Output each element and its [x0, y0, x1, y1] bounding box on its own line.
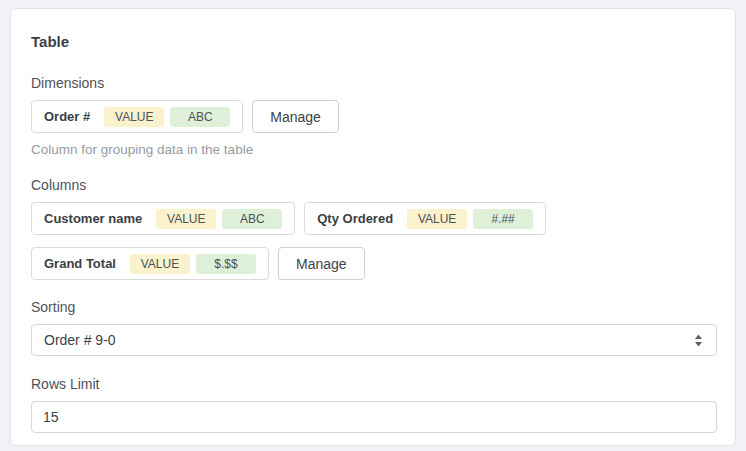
sorting-select[interactable]: Order # 9-0: [31, 324, 717, 356]
dimension-chip-order-number[interactable]: Order # VALUE ABC: [31, 100, 243, 133]
select-updown-arrow-icon: [694, 334, 703, 347]
column-chip-grand-total[interactable]: Grand Total VALUE $.$$: [31, 247, 269, 280]
dimensions-label: Dimensions: [31, 76, 715, 91]
value-badge: VALUE: [407, 209, 467, 229]
chip-label: Qty Ordered: [317, 211, 393, 226]
format-badge: ABC: [170, 107, 230, 127]
column-chip-customer-name[interactable]: Customer name VALUE ABC: [31, 202, 295, 235]
rows-limit-label: Rows Limit: [31, 377, 715, 392]
format-badge: #.##: [473, 209, 533, 229]
column-chip-qty-ordered[interactable]: Qty Ordered VALUE #.##: [304, 202, 546, 235]
value-badge: VALUE: [156, 209, 216, 229]
columns-label: Columns: [31, 178, 715, 193]
columns-manage-button[interactable]: Manage: [278, 247, 365, 280]
format-badge: ABC: [222, 209, 282, 229]
columns-row-1: Customer name VALUE ABC Qty Ordered VALU…: [31, 202, 715, 235]
columns-row-2: Grand Total VALUE $.$$ Manage: [31, 247, 715, 280]
sorting-label: Sorting: [31, 300, 715, 315]
chip-label: Order #: [44, 109, 90, 124]
chip-label: Grand Total: [44, 256, 116, 271]
value-badge: VALUE: [130, 254, 190, 274]
value-badge: VALUE: [104, 107, 164, 127]
dimensions-helper-text: Column for grouping data in the table: [31, 142, 715, 157]
table-settings-panel: Table Dimensions Order # VALUE ABC Manag…: [10, 8, 736, 446]
chip-label: Customer name: [44, 211, 142, 226]
dimensions-row: Order # VALUE ABC Manage: [31, 100, 715, 133]
panel-title: Table: [31, 33, 715, 50]
dimensions-manage-button[interactable]: Manage: [252, 100, 339, 133]
format-badge: $.$$: [196, 254, 256, 274]
sorting-selected-value: Order # 9-0: [44, 332, 116, 348]
rows-limit-input[interactable]: [31, 401, 717, 433]
